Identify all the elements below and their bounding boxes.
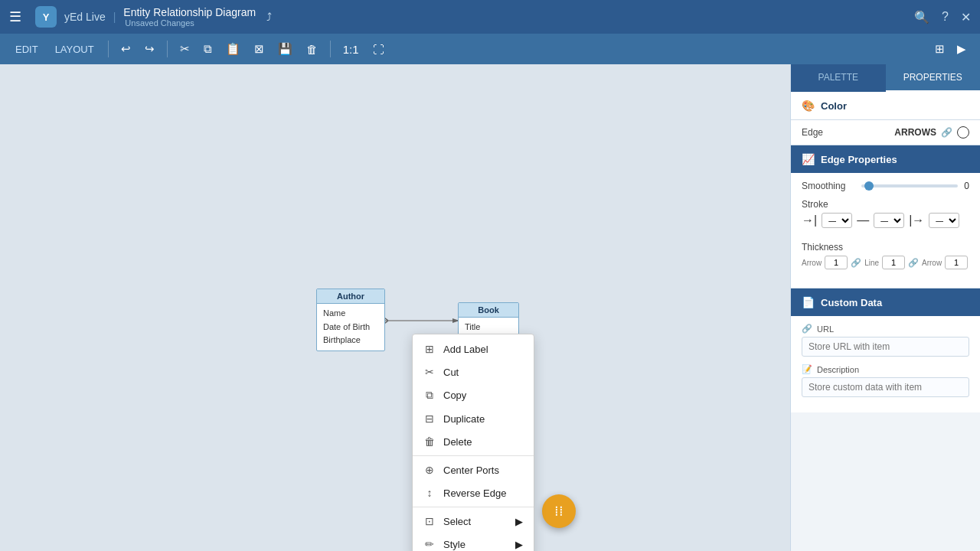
context-menu: ⊞ Add Label ✂ Cut ⧉ Copy ⊟ Duplicate 🗑 D… (412, 334, 534, 551)
link-icon-2: 🔗 (908, 258, 919, 268)
settings-button[interactable]: ▶ (952, 39, 971, 59)
author-header: Author (317, 289, 384, 304)
header-divider: | (113, 11, 116, 23)
custom-data-icon: 📄 (802, 296, 815, 308)
copy-button[interactable]: ⧉ (199, 39, 217, 59)
center-ports-text: Center Ports (443, 465, 499, 476)
delete-button[interactable]: 🗑 (302, 40, 322, 59)
smoothing-slider[interactable] (861, 184, 958, 187)
stroke-left-select[interactable]: — (822, 213, 852, 228)
author-field-2: Date of Birth (323, 321, 378, 334)
copy-menu-icon: ⧉ (423, 389, 436, 402)
help-icon[interactable]: ? (942, 10, 949, 24)
author-field-3: Birthplace (323, 334, 378, 347)
smoothing-row: Smoothing 0 (802, 181, 969, 191)
stroke-line-icon: — (857, 214, 869, 227)
grid-button[interactable]: ⊞ (930, 39, 949, 59)
context-menu-reverse-edge[interactable]: ↕ Reverse Edge (413, 481, 534, 504)
layout-button[interactable]: LAYOUT (49, 41, 100, 58)
header: ☰ Y yEd Live | Entity Relationship Diagr… (0, 0, 980, 34)
style-arrow: ▶ (515, 539, 523, 550)
url-label-text: URL (817, 324, 834, 334)
reverse-edge-text: Reverse Edge (443, 487, 506, 499)
delete-text: Delete (443, 436, 472, 448)
menu-separator-2 (413, 507, 534, 507)
fab-button[interactable]: ⁞⁞ (542, 494, 576, 528)
cut-text: Cut (443, 367, 459, 378)
color-label: Color (821, 100, 847, 112)
arrow-input-1[interactable] (825, 256, 848, 269)
edge-properties-icon: 📈 (802, 153, 815, 165)
line-label: Line (864, 259, 879, 267)
duplicate-icon: ⊟ (423, 412, 436, 425)
delete-menu-icon: 🗑 (423, 435, 436, 448)
stroke-right-select[interactable]: — (929, 213, 959, 228)
tab-palette[interactable]: PALETTE (791, 64, 886, 92)
description-field-label: 📝 Description (802, 364, 969, 374)
custom-data-label: Custom Data (821, 297, 882, 308)
context-menu-select[interactable]: ⊡ Select ▶ (413, 510, 534, 533)
tab-properties[interactable]: PROPERTIES (886, 64, 981, 92)
arrow-input-2[interactable] (945, 256, 968, 269)
panel-tabs: PALETTE PROPERTIES (791, 64, 980, 92)
cut-menu-icon: ✂ (423, 366, 436, 378)
paste-special-button[interactable]: ⊠ (250, 39, 269, 59)
edge-label: Edge (802, 127, 823, 138)
edge-circle-icon[interactable] (957, 126, 969, 139)
description-label-text: Description (817, 365, 859, 374)
smoothing-label: Smoothing (802, 181, 855, 191)
color-header: 🎨 Color (802, 99, 969, 112)
diagram-title: Entity Relationship Diagram (123, 6, 256, 18)
paste-button[interactable]: 📋 (221, 39, 245, 59)
close-icon[interactable]: ✕ (961, 10, 971, 24)
redo-button[interactable]: ↪ (140, 39, 159, 59)
main-layout: Author Name Date of Birth Birthplace Boo… (0, 64, 980, 551)
author-entity[interactable]: Author Name Date of Birth Birthplace (316, 289, 385, 351)
stroke-label: Stroke (802, 199, 855, 210)
fit-button[interactable]: ⛶ (368, 40, 389, 59)
cut-button[interactable]: ✂ (175, 39, 194, 59)
context-menu-duplicate[interactable]: ⊟ Duplicate (413, 407, 534, 430)
style-icon: ✏ (423, 538, 436, 550)
link-icon-1: 🔗 (851, 258, 861, 268)
stroke-line-select[interactable]: — (874, 213, 904, 228)
context-menu-cut[interactable]: ✂ Cut (413, 360, 534, 383)
share-icon[interactable]: ⤴ (266, 11, 272, 23)
toolbar-separator-1 (108, 41, 109, 57)
duplicate-text: Duplicate (443, 413, 485, 425)
reverse-edge-icon: ↕ (423, 487, 436, 499)
context-menu-add-label[interactable]: ⊞ Add Label (413, 337, 534, 360)
toolbar-right: ⊞ ▶ (930, 39, 971, 59)
add-label-icon: ⊞ (423, 343, 436, 355)
context-menu-copy[interactable]: ⧉ Copy (413, 383, 534, 407)
context-menu-style[interactable]: ✏ Style ▶ (413, 533, 534, 551)
smoothing-value: 0 (964, 181, 969, 191)
stroke-controls: →| — — — |→ — (802, 213, 959, 228)
copy-text: Copy (443, 390, 466, 401)
zoom-reset-button[interactable]: 1:1 (338, 40, 364, 59)
edit-button[interactable]: EDIT (9, 41, 44, 58)
save-button[interactable]: 💾 (273, 39, 297, 59)
canvas[interactable]: Author Name Date of Birth Birthplace Boo… (0, 64, 790, 551)
select-text: Select (443, 516, 471, 527)
toolbar-separator-3 (330, 41, 331, 57)
arrow-indicators: ARROWS 🔗 (894, 126, 969, 139)
context-menu-center-ports[interactable]: ⊕ Center Ports (413, 458, 534, 481)
toolbar-separator-2 (167, 41, 168, 57)
description-input[interactable] (802, 377, 969, 397)
line-input[interactable] (882, 256, 905, 269)
edge-link-icon[interactable]: 🔗 (941, 127, 952, 138)
thickness-label: Thickness (802, 242, 855, 253)
arrow-label-1: Arrow (802, 259, 822, 267)
smoothing-thumb (864, 181, 874, 191)
url-input[interactable] (802, 337, 969, 357)
undo-button[interactable]: ↩ (116, 39, 136, 59)
stroke-arrow-left-icon: →| (802, 214, 817, 227)
search-icon[interactable]: 🔍 (914, 10, 929, 24)
header-title-group: Entity Relationship Diagram Unsaved Chan… (123, 6, 256, 28)
hamburger-icon[interactable]: ☰ (9, 8, 21, 25)
thickness-row: Thickness Arrow 🔗 Line 🔗 Arrow (802, 242, 969, 272)
edge-properties-section: 📈 Edge Properties (791, 145, 980, 173)
url-field-label: 🔗 URL (802, 324, 969, 334)
context-menu-delete[interactable]: 🗑 Delete (413, 430, 534, 453)
